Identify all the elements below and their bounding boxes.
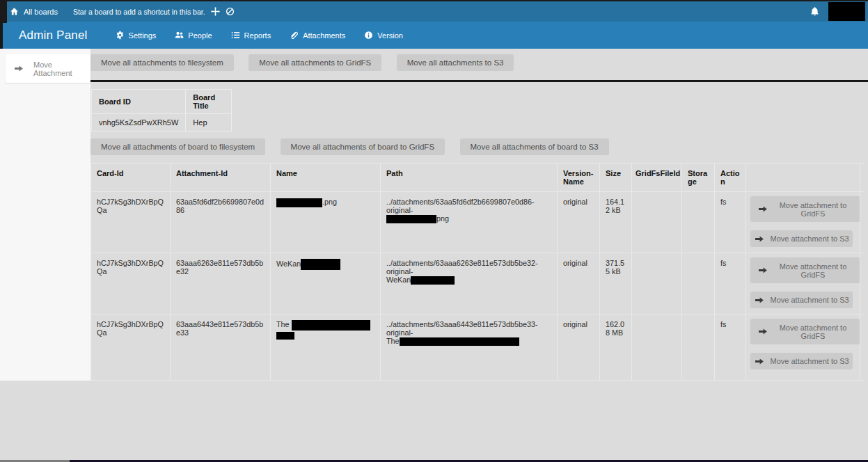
move-attachment-to-gridfs-button[interactable]: Move attachment to GridFS <box>750 257 860 283</box>
board-actions: Move all attachments of board to filesys… <box>90 138 868 155</box>
cell-path: ../attachments/63aa5fd6df2b6699807e0d86-… <box>381 192 558 253</box>
cell-gridfsfileid <box>632 314 682 381</box>
tab-reports-label: Reports <box>244 31 271 40</box>
cell-storage <box>682 253 715 314</box>
cell-card-id: hCJ7kSg3hDXrBpQQa <box>91 314 171 381</box>
table-row: hCJ7kSg3hDXrBpQQa 63aaa6263e811e573db5be… <box>91 253 865 314</box>
cell-card-id: hCJ7kSg3hDXrBpQQa <box>91 253 171 314</box>
move-board-to-filesystem-button[interactable]: Move all attachments of board to filesys… <box>90 138 265 155</box>
cell-filler <box>860 253 865 314</box>
arrow-right-icon <box>759 327 768 336</box>
cell-buttons: Move attachment to GridFS Move attachmen… <box>746 192 860 253</box>
move-all-to-filesystem-button[interactable]: Move all attachments to filesystem <box>90 54 234 71</box>
attachments-table: Card-Id Attachment-Id Name Path Version-… <box>90 163 865 381</box>
redacted-text <box>276 332 294 340</box>
board-title-header: Board Title <box>186 90 232 114</box>
arrow-right-icon <box>759 205 768 214</box>
shortcut-banner: Star a board to add a shortcut in this b… <box>73 7 235 16</box>
board-table-row: vnhg5KsZsdPwXRh5W Hep <box>92 114 232 132</box>
redacted-text <box>301 259 340 270</box>
board-table: Board ID Board Title vnhg5KsZsdPwXRh5W H… <box>91 89 232 132</box>
cell-size: 371.55 kB <box>600 253 632 314</box>
admin-nav-menu: Settings People Reports Attachments Vers… <box>116 31 403 40</box>
move-arrows-icon[interactable] <box>211 7 220 16</box>
storage-header: Storage <box>682 164 715 192</box>
cell-name: .png <box>271 192 381 253</box>
shortcut-banner-text: Star a board to add a shortcut in this b… <box>73 8 205 16</box>
divider <box>90 80 868 82</box>
table-row: hCJ7kSg3hDXrBpQQa 63aaa6443e811e573db5be… <box>91 314 865 381</box>
tab-attachments-label: Attachments <box>303 31 345 40</box>
cell-size: 162.08 MB <box>600 314 632 381</box>
redacted-text <box>276 198 322 207</box>
cell-size: 164.12 kB <box>600 192 632 253</box>
arrow-right-icon <box>15 64 24 73</box>
card-id-header: Card-Id <box>91 164 171 192</box>
size-header: Size <box>600 164 632 192</box>
redacted-text <box>411 276 455 285</box>
gear-icon <box>116 31 125 40</box>
tab-people[interactable]: People <box>175 31 212 40</box>
tab-settings-label: Settings <box>129 31 157 40</box>
cell-card-id: hCJ7kSg3hDXrBpQQa <box>91 192 171 253</box>
arrow-right-icon <box>755 234 764 244</box>
move-board-to-s3-button[interactable]: Move all attachments of board to S3 <box>460 138 609 155</box>
tab-attachments[interactable]: Attachments <box>290 31 345 40</box>
admin-sidebar: Move Attachment <box>0 49 90 381</box>
move-attachment-to-s3-button[interactable]: Move attachment to S3 <box>750 230 853 247</box>
move-board-to-gridfs-button[interactable]: Move all attachments of board to GridFS <box>281 138 445 155</box>
paperclip-icon <box>290 31 299 40</box>
window-edge-artifact <box>0 0 7 23</box>
table-row: hCJ7kSg3hDXrBpQQa 63aa5fd6df2b6699807e0d… <box>91 192 865 253</box>
arrow-right-icon <box>755 296 764 305</box>
arrow-right-icon <box>755 357 764 366</box>
ban-icon[interactable] <box>226 7 235 16</box>
admin-navbar: Admin Panel Settings People Reports Atta… <box>0 22 868 49</box>
action-header: Action <box>715 164 746 192</box>
redacted-text <box>400 337 519 346</box>
cell-buttons: Move attachment to GridFS Move attachmen… <box>746 314 860 381</box>
member-menu-redacted[interactable] <box>828 2 865 21</box>
page-title: Admin Panel <box>19 29 88 42</box>
move-attachment-to-gridfs-button[interactable]: Move attachment to GridFS <box>750 319 860 344</box>
all-boards-button[interactable]: All boards <box>10 7 58 16</box>
cell-buttons: Move attachment to GridFS Move attachmen… <box>746 253 860 314</box>
cell-attachment-id: 63aa5fd6df2b6699807e0d86 <box>171 192 271 253</box>
move-all-to-gridfs-button[interactable]: Move all attachments to GridFS <box>248 54 381 71</box>
info-icon <box>364 31 373 40</box>
tab-reports[interactable]: Reports <box>231 31 271 40</box>
board-id-header: Board ID <box>92 90 186 114</box>
buttons-column-header <box>746 164 860 192</box>
move-attachment-to-gridfs-button[interactable]: Move attachment to GridFS <box>750 196 860 222</box>
cell-version-name: original <box>558 314 600 381</box>
all-boards-label: All boards <box>24 8 58 16</box>
redacted-text <box>386 215 436 223</box>
content-area: Move Attachment Move all attachments to … <box>0 49 868 381</box>
sidebar-item-move-attachment[interactable]: Move Attachment <box>6 54 90 83</box>
tab-version[interactable]: Version <box>364 31 403 40</box>
tab-settings[interactable]: Settings <box>116 31 157 40</box>
cell-gridfsfileid <box>632 253 682 314</box>
cell-name: The <box>271 314 381 381</box>
cell-attachment-id: 63aaa6263e811e573db5be32 <box>171 253 271 314</box>
cell-version-name: original <box>558 253 600 314</box>
version-name-header: Version-Name <box>558 164 600 192</box>
cell-storage <box>682 192 715 253</box>
move-attachment-to-s3-button[interactable]: Move attachment to S3 <box>750 292 853 308</box>
move-all-to-s3-button[interactable]: Move all attachments to S3 <box>397 54 514 71</box>
attachments-table-container: Card-Id Attachment-Id Name Path Version-… <box>90 163 865 381</box>
cell-path: ../attachments/63aaa6443e811e573db5be33-… <box>381 314 558 381</box>
attachments-header-row: Card-Id Attachment-Id Name Path Version-… <box>91 164 865 192</box>
cell-filler <box>860 192 865 253</box>
move-attachment-to-s3-button[interactable]: Move attachment to S3 <box>750 353 853 369</box>
cell-action: fs <box>715 253 746 314</box>
global-actions: Move all attachments to filesystem Move … <box>90 54 868 71</box>
board-id-value: vnhg5KsZsdPwXRh5W <box>92 114 186 132</box>
tab-people-label: People <box>188 31 212 40</box>
cell-action: fs <box>715 314 746 381</box>
cell-path: ../attachments/63aaa6263e811e573db5be32-… <box>381 253 558 314</box>
main-panel: Move all attachments to filesystem Move … <box>90 49 868 381</box>
path-header: Path <box>381 164 558 192</box>
notifications-bell-icon[interactable] <box>810 7 819 16</box>
cell-action: fs <box>715 192 746 253</box>
